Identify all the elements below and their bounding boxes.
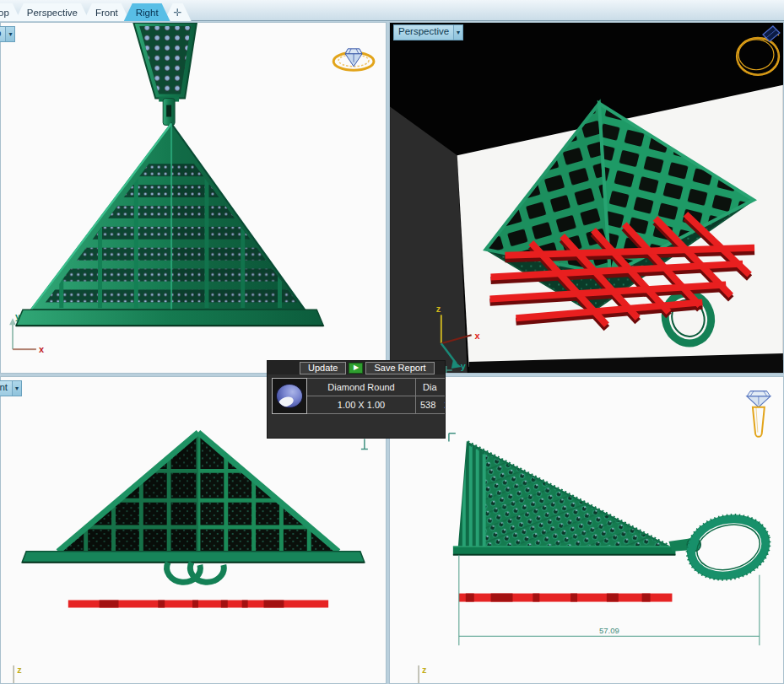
gem-table: Diamond Round 1.00 X 1.00 Dia 538 2 [272, 378, 445, 414]
gem-thumbnail[interactable] [272, 378, 307, 414]
pyramid-lattice-front [22, 433, 365, 563]
axis-label-x: x [475, 331, 480, 341]
axis-label-z: z [422, 665, 427, 675]
pendant-bail [133, 23, 197, 125]
viewport-title-front[interactable]: ont ▾ [0, 380, 22, 396]
gem-stats-header: Dia [416, 379, 445, 396]
pendant-front-view: y x [1, 23, 386, 373]
viewport-title-top-left[interactable]: p ▾ [0, 26, 15, 42]
pendant-pyramid [16, 123, 323, 326]
pendant-side-view: 57.09 z [390, 377, 783, 683]
pendant-hooks [167, 563, 224, 582]
chevron-down-icon[interactable]: ▾ [5, 27, 14, 41]
axis-label-y: y [15, 311, 21, 321]
report-toolbar: Update ▶ Save Report [268, 361, 445, 374]
viewport-right-canvas[interactable]: 57.09 z [389, 376, 784, 684]
dimension-mark [361, 439, 368, 450]
pendant-bail-side [668, 506, 776, 588]
red-curve-bar [68, 601, 328, 608]
ring-profile-icon [747, 391, 770, 437]
gem-report-panel: Update ▶ Save Report Diamond Round 1.00 … [267, 360, 446, 439]
viewport-title-label: ont [0, 381, 12, 396]
play-icon-button[interactable]: ▶ [349, 363, 363, 374]
update-button[interactable]: Update [300, 362, 346, 374]
axis-gizmo: z [419, 665, 427, 683]
viewport-perspective-canvas[interactable]: Perspective ▾ [389, 22, 784, 374]
tab-front[interactable]: Front [84, 3, 130, 21]
play-icon: ▶ [354, 364, 359, 371]
axis-label-x: x [39, 344, 44, 354]
gem-extra-value: 2 [440, 400, 445, 410]
chevron-down-icon[interactable]: ▾ [12, 381, 21, 396]
viewport-top-left-canvas[interactable]: p ▾ [0, 22, 387, 374]
axis-label-z: z [436, 304, 441, 314]
dimension-mark [449, 434, 456, 442]
gem-name: Diamond Round [307, 379, 415, 396]
gem-table-col-name: Diamond Round 1.00 X 1.00 [307, 378, 415, 414]
pendant-side-body [453, 443, 676, 555]
ring-side-icon [333, 49, 374, 70]
axis-label-y: y [461, 361, 467, 371]
tab-right[interactable]: Right [124, 3, 170, 21]
axis-gizmo: z [14, 665, 22, 683]
viewport-title-label: Perspective [394, 25, 453, 40]
pendant-perspective-view: z x y [390, 23, 783, 373]
gem-size: 1.00 X 1.00 [307, 396, 415, 413]
axis-label-z: z [17, 665, 22, 675]
viewport-tab-bar: op Perspective Front Right ✛ [0, 0, 784, 21]
viewport-title-perspective[interactable]: Perspective ▾ [393, 24, 463, 40]
gem-table-col-stats: Dia 538 2 [415, 378, 445, 414]
tab-perspective[interactable]: Perspective [15, 3, 89, 21]
diamond-round-swatch [276, 384, 303, 408]
save-report-button[interactable]: Save Report [365, 362, 434, 374]
dimension-value: 57.09 [599, 626, 619, 635]
chevron-down-icon[interactable]: ▾ [453, 25, 462, 40]
red-curve-bar [459, 594, 673, 602]
gem-count: 538 [416, 400, 440, 410]
